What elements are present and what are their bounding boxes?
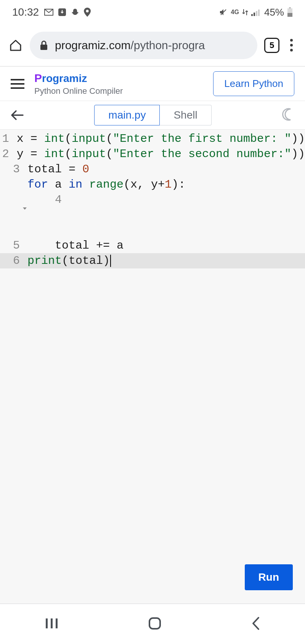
browser-menu-button[interactable] — [286, 37, 297, 53]
battery-text: 45% — [264, 6, 284, 18]
android-recents-button[interactable] — [44, 617, 59, 631]
mute-icon — [219, 8, 228, 17]
svg-rect-13 — [149, 618, 160, 629]
line-number: 1 — [0, 131, 17, 146]
svg-rect-6 — [289, 7, 291, 8]
status-right: 4G 45% — [219, 6, 293, 18]
snapchat-icon — [71, 8, 79, 16]
text-cursor — [110, 255, 111, 267]
svg-rect-2 — [251, 14, 253, 16]
learn-python-button[interactable]: Learn Python — [213, 71, 294, 96]
data-arrows-icon — [242, 8, 248, 16]
code-line[interactable]: 6 print(total) — [0, 253, 305, 268]
android-back-button[interactable] — [250, 616, 261, 632]
brand-block[interactable]: Programiz Python Online Compiler — [34, 72, 203, 96]
svg-point-1 — [86, 10, 89, 13]
tab-shell[interactable]: Shell — [160, 105, 211, 125]
tab-group: main.py Shell — [34, 105, 271, 125]
line-number: 4 — [0, 177, 27, 238]
signal-icon — [251, 8, 261, 16]
location-icon — [84, 8, 91, 17]
update-icon — [58, 8, 66, 16]
dark-mode-toggle[interactable] — [281, 108, 295, 123]
browser-bar: programiz.com/python-progra 5 — [0, 24, 305, 66]
tab-switcher-button[interactable]: 5 — [264, 38, 279, 53]
line-number: 2 — [0, 146, 17, 162]
lock-icon — [40, 40, 48, 51]
network-4g-icon: 4G — [231, 9, 239, 16]
tab-main[interactable]: main.py — [94, 105, 160, 125]
android-home-button[interactable] — [148, 616, 162, 632]
code-line[interactable]: 4 for a in range(x, y+1): — [0, 177, 305, 238]
svg-rect-5 — [258, 10, 260, 16]
gmail-icon — [44, 9, 53, 16]
svg-rect-4 — [256, 11, 257, 16]
fold-icon[interactable] — [0, 185, 27, 230]
editor-toolbar: main.py Shell — [0, 101, 305, 130]
tab-count-label: 5 — [270, 40, 274, 50]
site-menu-button[interactable] — [11, 79, 24, 89]
svg-rect-10 — [46, 618, 48, 628]
browser-home-button[interactable] — [8, 38, 23, 53]
code-line[interactable]: 1 x = int(input("Enter the first number:… — [0, 131, 305, 146]
url-bar[interactable]: programiz.com/python-progra — [30, 32, 257, 59]
line-number: 3 — [0, 162, 27, 177]
code-line[interactable]: 2 y = int(input("Enter the second number… — [0, 146, 305, 162]
svg-rect-11 — [51, 618, 53, 628]
svg-rect-8 — [287, 13, 292, 17]
brand-subtitle: Python Online Compiler — [34, 86, 203, 96]
status-notification-icons — [44, 8, 91, 17]
line-number: 6 — [0, 253, 27, 268]
status-time: 10:32 — [12, 6, 39, 18]
battery-icon — [287, 7, 293, 17]
svg-rect-12 — [56, 618, 58, 628]
code-editor[interactable]: 1 x = int(input("Enter the first number:… — [0, 130, 305, 604]
site-header: Programiz Python Online Compiler Learn P… — [0, 66, 305, 101]
status-left: 10:32 — [12, 6, 91, 18]
back-button[interactable] — [10, 109, 24, 121]
divider — [0, 604, 305, 604]
svg-rect-9 — [40, 45, 47, 50]
code-content[interactable]: 1 x = int(input("Enter the first number:… — [0, 130, 305, 268]
status-bar: 10:32 4G 45% — [0, 0, 305, 24]
brand-name: Programiz — [34, 72, 203, 85]
line-number: 5 — [0, 238, 27, 253]
svg-rect-3 — [254, 13, 255, 16]
code-line[interactable]: 3 total = 0 — [0, 162, 305, 177]
url-text: programiz.com/python-progra — [55, 39, 205, 52]
code-line[interactable]: 5 total += a — [0, 238, 305, 253]
android-nav-bar — [0, 604, 305, 644]
run-button[interactable]: Run — [245, 564, 293, 590]
